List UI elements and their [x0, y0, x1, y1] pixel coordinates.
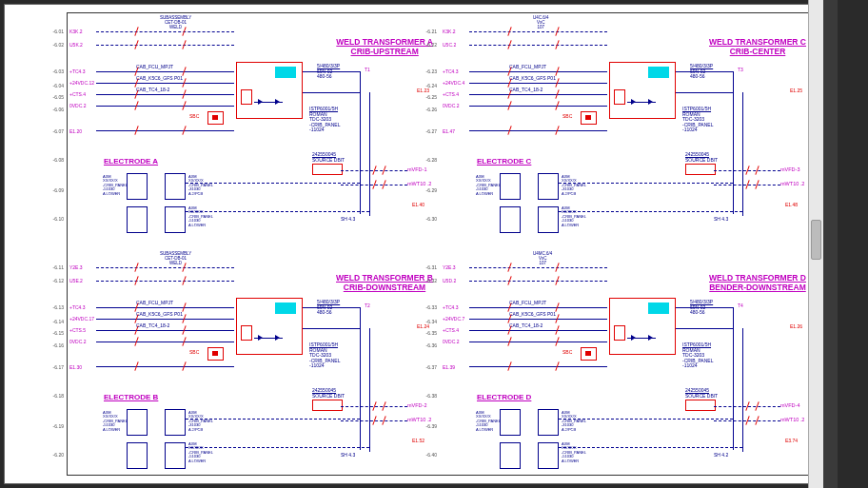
e-tag: E1.25 — [790, 88, 802, 93]
wire — [469, 281, 607, 282]
row-label: -6.16 — [41, 342, 64, 348]
wire — [469, 130, 607, 131]
arm-text: AXMXX/XX/X-CRIB_PANEL-51030A LOWER — [476, 175, 501, 196]
transformer-symbol — [609, 62, 676, 119]
l5: -11024 — [682, 363, 713, 369]
quadrant-a: WELD TRANSFORMER ACRIB-UPSTREAMELECTRODE… — [69, 16, 441, 244]
wire — [469, 31, 607, 32]
l3: WELD — [160, 26, 191, 30]
wire — [469, 45, 607, 46]
cable-label: CAB_TC4_18-2 — [509, 87, 542, 92]
l3: 480-56 — [690, 74, 713, 80]
row-label: -6.25 — [414, 94, 437, 100]
sbc-module — [581, 347, 597, 361]
wire — [303, 307, 360, 308]
arm-box — [127, 409, 148, 436]
arm-box — [500, 442, 521, 469]
title-line1: WELD TRANSFORMER C — [709, 37, 806, 47]
wire — [96, 31, 234, 32]
row-label: -6.11 — [41, 264, 64, 270]
viewer-gutter — [838, 0, 868, 488]
title-line1: WELD TRANSFORMER D — [709, 273, 806, 283]
row-label: -6.31 — [414, 264, 437, 270]
left-ref-tag: +TC4.3 — [443, 68, 459, 74]
vertical-scrollbar[interactable] — [808, 0, 823, 488]
wire — [733, 307, 734, 450]
left-ref-tag: +24VDC.17 — [69, 316, 94, 322]
arm-box — [165, 409, 186, 436]
wire — [186, 419, 360, 420]
left-ref-tag: +24VDC.12 — [69, 80, 94, 86]
sig-r2: mWT10 .2 — [407, 181, 431, 186]
transformer-symbol — [236, 298, 303, 355]
wire — [469, 71, 607, 72]
cable-label: CAB_TC4_18-2 — [509, 322, 542, 328]
electrode-title: ELECTRODE D — [477, 393, 531, 401]
device-block: ISTP6001/5HROMANTDC-3203-CRIB_PANEL-1102… — [309, 107, 340, 133]
sig-r3: E1.40 — [412, 202, 424, 207]
wire — [559, 419, 733, 420]
cable-label: CAB_FCU_MPJT — [136, 64, 173, 69]
arm-text: AXMXX/XX/X-CRIB_PANEL-51030A LOWER — [188, 442, 213, 463]
l3: WELD — [160, 262, 191, 266]
row-label: -6.04 — [41, 83, 64, 88]
sig-r1: mVFD-1 — [407, 166, 426, 172]
sig-box — [685, 164, 716, 175]
sbc-module — [207, 111, 224, 125]
wire — [559, 211, 742, 212]
wire — [559, 447, 742, 448]
wire — [96, 342, 234, 342]
row-label: -6.06 — [41, 107, 64, 112]
wire — [469, 267, 607, 268]
cable-label: CAB_K5C6_GFS P01 — [509, 75, 556, 81]
sig-block2: SOURCE DBIT — [312, 157, 345, 163]
row-label: -6.18 — [41, 393, 64, 399]
drawing-canvas[interactable]: WELD TRANSFORMER ACRIB-UPSTREAMELECTRODE… — [4, 4, 819, 484]
quadrant-c: WELD TRANSFORMER CCRIB-CENTERELECTRODE C… — [443, 16, 814, 244]
sig-block2: SOURCE DBIT — [685, 393, 718, 399]
wire — [469, 366, 607, 367]
left-ref-tag: U5E.2 — [69, 278, 83, 283]
quadrant-b: WELD TRANSFORMER BCRIB-DOWNSTREAMELECTRO… — [69, 252, 441, 480]
wire — [369, 328, 370, 452]
row-label: -6.33 — [414, 304, 437, 310]
wire — [254, 102, 283, 103]
arm-text: AXMXX/XX/X-CRIB_PANEL-51030A LOWER — [562, 442, 586, 463]
wire — [676, 92, 733, 93]
load-label: SH 4.2 — [714, 452, 728, 458]
top-block: SUBASSEMBLYCET-DB-01WELD — [160, 252, 191, 266]
sbc-label: SBC — [189, 349, 199, 355]
top-block: U4C.6/4VxC107 — [533, 16, 549, 30]
wire — [676, 307, 733, 308]
wire — [742, 328, 743, 452]
wire — [469, 319, 607, 320]
left-ref-tag: +CTS.4 — [443, 327, 459, 333]
row-label: -6.09 — [41, 187, 64, 193]
sig-r3: E1.52 — [412, 438, 424, 443]
wire — [96, 130, 234, 131]
arm-box — [500, 409, 521, 436]
scroll-thumb[interactable] — [811, 220, 821, 260]
left-ref-tag: 0VDC.2 — [443, 339, 460, 344]
l3: 480-56 — [317, 310, 340, 316]
l3: 480-56 — [690, 310, 713, 316]
l5: -11024 — [309, 363, 340, 369]
cable-label: CAB_FCU_MPJT — [509, 64, 546, 69]
device-block: ISTP6001/5HROMANTDC-3203-CRIB_PANEL-1102… — [682, 107, 713, 133]
t-label: T2 — [365, 303, 370, 308]
row-label: -6.36 — [414, 342, 437, 348]
cable-label: CAB_K5C6_GFS P01 — [136, 75, 183, 81]
left-ref-tag: Y2E.3 — [443, 264, 456, 270]
wire — [676, 328, 733, 329]
arm-box — [165, 206, 186, 233]
sbc-label: SBC — [189, 113, 199, 119]
sbc-label: SBC — [562, 113, 572, 119]
l3: 107 — [533, 26, 549, 30]
row-label: -6.29 — [414, 187, 437, 193]
wire — [469, 330, 607, 331]
arm-box — [538, 409, 559, 436]
sbc-module — [581, 111, 597, 125]
row-label: -6.21 — [414, 29, 437, 34]
left-ref-tag: E1.20 — [69, 128, 82, 134]
row-label: -6.14 — [41, 319, 64, 324]
